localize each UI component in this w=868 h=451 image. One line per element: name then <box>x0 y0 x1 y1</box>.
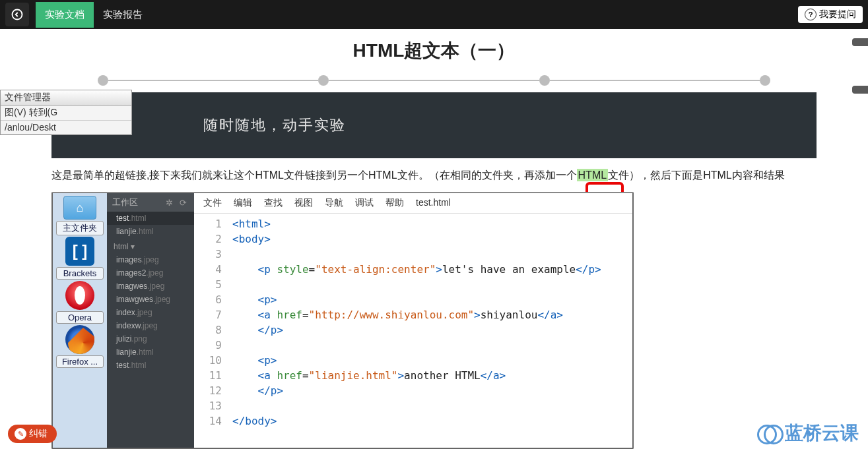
brand-logo-icon <box>757 425 781 442</box>
dock-home-folder[interactable]: 主文件夹 <box>55 196 104 235</box>
editor-screenshot: 主文件夹 [ ] Brackets Opera Firefox ... 工作区 … <box>51 192 634 449</box>
code-content[interactable]: <html><body> <p style="text-align:center… <box>228 214 632 448</box>
menu-item[interactable]: 视图 <box>294 197 313 209</box>
desktop-dock: 主文件夹 [ ] Brackets Opera Firefox ... <box>53 193 107 448</box>
brackets-icon: [ ] <box>65 237 94 266</box>
dock-label: Brackets <box>56 267 104 280</box>
back-button[interactable] <box>5 3 29 26</box>
tree-file[interactable]: images2.jpeg <box>107 266 194 280</box>
tree-group[interactable]: html ▾ <box>107 238 194 253</box>
dock-label: 主文件夹 <box>56 221 104 235</box>
banner-slogan: 随时随地，动手实验 <box>203 115 346 135</box>
tree-file[interactable]: images.jpeg <box>107 253 194 266</box>
menu-item[interactable]: 编辑 <box>234 197 252 209</box>
menu-item[interactable]: 调试 <box>355 197 374 209</box>
description-text: 这是最简单的超链接,接下来我们就来让这个HTML文件链接到另一个HTML文件。（… <box>51 169 817 183</box>
dock-label: Firefox ... <box>56 355 104 368</box>
ask-question-button[interactable]: 我要提问 <box>798 6 863 23</box>
opera-icon <box>65 281 94 310</box>
code-pane: 文件编辑查找视图导航调试帮助test.html 1234567891011121… <box>194 193 632 448</box>
menu-item[interactable]: 文件 <box>203 197 222 209</box>
top-bar: 实验文档 实验报告 我要提问 <box>0 0 868 29</box>
tree-file[interactable]: test.html <box>107 212 194 225</box>
tree-file[interactable]: index.jpeg <box>107 306 194 319</box>
tree-header: 工作区 ✲ ⟳ <box>107 193 194 212</box>
page-title: HTML超文本（一） <box>51 38 817 63</box>
tab-experiment-doc[interactable]: 实验文档 <box>36 2 94 28</box>
tree-file[interactable]: lianjie.html <box>107 346 194 359</box>
tree-actions[interactable]: ✲ ⟳ <box>166 198 189 208</box>
tree-file[interactable]: imawgwes.jpeg <box>107 293 194 306</box>
menu-item[interactable]: 导航 <box>325 197 343 209</box>
tree-file[interactable]: julizi.png <box>107 332 194 346</box>
menu-item[interactable]: 帮助 <box>385 197 404 209</box>
report-error-button[interactable]: 纠错 <box>8 425 57 443</box>
tree-file[interactable]: lianjie.html <box>107 225 194 238</box>
file-manager-preview: 文件管理器 图(V) 转到(G /anlou/Deskt <box>0 90 132 135</box>
dock-brackets[interactable]: [ ] Brackets <box>55 237 104 280</box>
menu-item[interactable]: 查找 <box>264 197 283 209</box>
file-tree: 工作区 ✲ ⟳ test.htmllianjie.html html ▾ ima… <box>107 193 194 448</box>
progress-indicator <box>98 75 770 86</box>
dock-opera[interactable]: Opera <box>55 281 104 324</box>
banner: 文件管理器 图(V) 转到(G /anlou/Deskt 随时随地，动手实验 <box>51 92 817 158</box>
file-manager-title: 文件管理器 <box>1 90 131 105</box>
open-file-label: test.html <box>416 197 451 209</box>
folder-icon <box>63 196 96 220</box>
dock-label: Opera <box>56 311 104 324</box>
dock-firefox[interactable]: Firefox ... <box>55 325 104 368</box>
firefox-icon <box>65 325 94 354</box>
file-manager-path: /anlou/Deskt <box>1 121 131 135</box>
brand-watermark: 蓝桥云课 <box>757 421 859 446</box>
tree-file[interactable]: imagwes.jpeg <box>107 280 194 293</box>
tab-experiment-report[interactable]: 实验报告 <box>94 2 152 28</box>
tree-file[interactable]: test.html <box>107 359 194 372</box>
file-manager-row: 图(V) 转到(G <box>1 105 131 121</box>
editor-menu-bar: 文件编辑查找视图导航调试帮助test.html <box>194 193 632 214</box>
svg-point-0 <box>13 10 22 20</box>
highlight: HTML <box>577 169 609 181</box>
tree-file[interactable]: indexw.jpeg <box>107 319 194 332</box>
line-gutter: 1234567891011121314 <box>194 214 228 448</box>
